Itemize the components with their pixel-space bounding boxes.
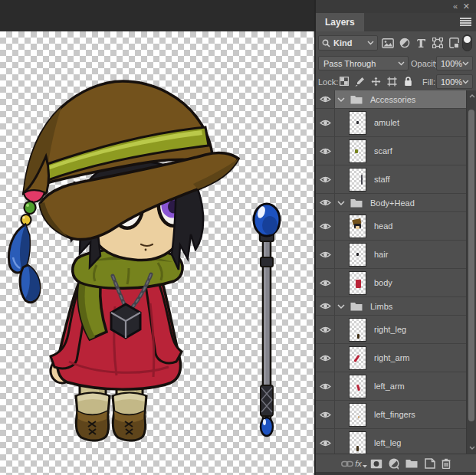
layer-row-head[interactable]: head — [316, 212, 466, 241]
layer-name[interactable]: Limbs — [370, 302, 392, 311]
visibility-toggle[interactable] — [316, 137, 335, 165]
layer-thumbnail[interactable] — [349, 431, 366, 454]
new-adjustment-layer-icon[interactable] — [386, 457, 402, 470]
lock-image-pixels-icon[interactable] — [353, 74, 366, 88]
layer-name[interactable]: head — [374, 221, 392, 231]
link-layers-icon[interactable] — [340, 457, 355, 470]
layer-row-content[interactable]: Body+Head — [335, 194, 466, 211]
visibility-toggle[interactable] — [316, 241, 335, 268]
new-group-icon[interactable] — [404, 457, 419, 470]
scrollbar-thumb[interactable] — [468, 110, 474, 421]
layer-filtering-toggle[interactable] — [462, 34, 472, 51]
layer-row-content[interactable]: scarf — [335, 137, 466, 165]
visibility-toggle[interactable] — [316, 109, 335, 136]
layer-row-content[interactable]: left_arm — [335, 372, 466, 400]
layer-thumbnail[interactable] — [349, 243, 366, 267]
panel-menu-icon[interactable] — [460, 18, 471, 27]
layer-thumbnail[interactable] — [349, 271, 366, 295]
visibility-toggle[interactable] — [316, 90, 335, 108]
layer-thumbnail[interactable] — [349, 403, 366, 427]
visibility-toggle[interactable] — [316, 165, 335, 193]
layer-thumbnail[interactable] — [349, 318, 366, 342]
kind-filter-dropdown[interactable]: Kind — [318, 35, 378, 51]
layer-row-content[interactable]: hair — [335, 241, 466, 268]
layer-styles-icon[interactable]: fx — [353, 457, 369, 470]
group-expand-chevron[interactable] — [337, 303, 345, 310]
layer-row-hair[interactable]: hair — [316, 241, 466, 269]
adjustment-layer-filter-icon[interactable] — [397, 36, 412, 50]
type-layer-filter-icon[interactable] — [414, 36, 429, 50]
new-layer-icon[interactable] — [422, 457, 438, 470]
layer-row-content[interactable]: head — [335, 212, 466, 240]
layer-row-staff[interactable]: staff — [316, 165, 466, 194]
lock-artboard-icon[interactable] — [385, 74, 399, 88]
layer-row-content[interactable]: right_arm — [335, 344, 466, 372]
layer-row-right-leg[interactable]: right_leg — [316, 316, 466, 344]
layers-scrollbar[interactable] — [466, 90, 476, 454]
lock-transparent-pixels-icon[interactable] — [337, 74, 351, 88]
layer-name[interactable]: body — [374, 278, 392, 287]
fill-dropdown[interactable]: 100% — [436, 74, 473, 89]
layer-name[interactable]: right_arm — [374, 353, 409, 362]
group-expand-chevron[interactable] — [337, 200, 345, 206]
layer-row-limbs[interactable]: Limbs — [316, 297, 466, 316]
shape-layer-filter-icon[interactable] — [430, 36, 445, 50]
layer-row-left-fingers[interactable]: left_fingers — [316, 401, 466, 429]
visibility-toggle[interactable] — [316, 297, 335, 315]
layer-name[interactable]: staff — [374, 175, 390, 184]
layer-name[interactable]: Accessories — [370, 95, 415, 104]
tab-layers[interactable]: Layers — [316, 13, 364, 31]
collapse-panel-icon[interactable]: « — [453, 1, 456, 12]
layer-row-left-leg[interactable]: left_leg — [316, 429, 466, 454]
layer-name[interactable]: left_leg — [374, 438, 401, 447]
lock-position-icon[interactable] — [369, 74, 382, 88]
delete-layer-icon[interactable] — [438, 457, 454, 470]
layer-row-content[interactable]: left_leg — [335, 429, 466, 454]
visibility-toggle[interactable] — [316, 269, 335, 296]
visibility-toggle[interactable] — [316, 344, 335, 372]
close-panel-icon[interactable]: ✕ — [463, 1, 470, 12]
layer-row-content[interactable]: amulet — [335, 109, 466, 136]
add-layer-mask-icon[interactable] — [369, 457, 384, 470]
layer-row-content[interactable]: staff — [335, 165, 466, 193]
visibility-toggle[interactable] — [316, 401, 335, 428]
group-expand-chevron[interactable] — [337, 97, 345, 103]
blend-mode-dropdown[interactable]: Pass Through — [318, 56, 409, 70]
layer-thumbnail[interactable] — [349, 168, 366, 192]
layer-row-content[interactable]: left_fingers — [335, 401, 466, 428]
layer-thumbnail[interactable] — [349, 346, 366, 370]
layer-row-body[interactable]: body — [316, 269, 466, 297]
visibility-toggle[interactable] — [316, 194, 335, 211]
layer-row-accessories[interactable]: Accessories — [316, 90, 466, 109]
layer-row-content[interactable]: Limbs — [335, 297, 466, 315]
layer-name[interactable]: left_arm — [374, 382, 405, 391]
canvas[interactable] — [0, 0, 314, 475]
layer-row-scarf[interactable]: scarf — [316, 137, 466, 165]
layer-name[interactable]: right_leg — [374, 325, 406, 334]
layer-row-content[interactable]: body — [335, 269, 466, 296]
layer-thumbnail[interactable] — [349, 111, 366, 135]
layer-name[interactable]: scarf — [374, 146, 392, 156]
visibility-toggle[interactable] — [316, 372, 335, 400]
visibility-toggle[interactable] — [316, 316, 335, 343]
layer-row-right-arm[interactable]: right_arm — [316, 344, 466, 372]
pixel-layer-filter-icon[interactable] — [380, 36, 396, 50]
scroll-up-icon[interactable] — [468, 92, 476, 100]
smart-object-filter-icon[interactable] — [446, 36, 461, 50]
layer-row-content[interactable]: right_leg — [335, 316, 466, 343]
lock-all-icon[interactable] — [401, 74, 415, 88]
layer-row-amulet[interactable]: amulet — [316, 109, 466, 137]
layer-thumbnail[interactable] — [349, 215, 366, 238]
layer-name[interactable]: amulet — [374, 118, 399, 127]
layer-row-body-head[interactable]: Body+Head — [316, 194, 466, 212]
layer-name[interactable]: Body+Head — [370, 198, 415, 208]
visibility-toggle[interactable] — [316, 212, 335, 240]
layer-thumbnail[interactable] — [349, 375, 366, 398]
layer-name[interactable]: left_fingers — [374, 410, 415, 419]
layer-thumbnail[interactable] — [349, 139, 366, 163]
scroll-down-icon[interactable] — [468, 444, 476, 451]
visibility-toggle[interactable] — [316, 429, 335, 454]
layer-row-left-arm[interactable]: left_arm — [316, 372, 466, 401]
layer-name[interactable]: hair — [374, 250, 388, 259]
layer-row-content[interactable]: Accessories — [335, 90, 466, 108]
